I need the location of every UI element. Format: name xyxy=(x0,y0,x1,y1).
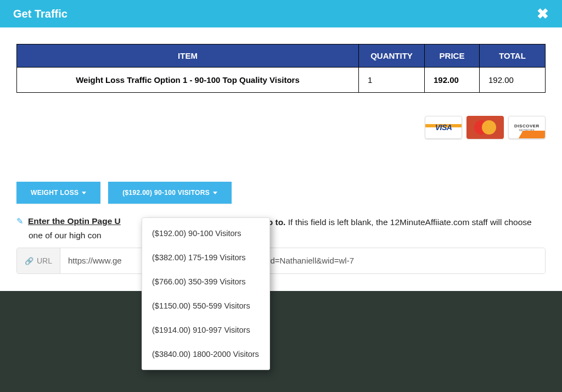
chevron-down-icon xyxy=(213,192,217,194)
table-header-row: ITEM QUANTITY PRICE TOTAL xyxy=(17,44,546,68)
dropdown-option[interactable]: ($1150.00) 550-599 Visitors xyxy=(142,294,269,318)
payment-card-logos: DISCOVER NETWORK xyxy=(16,116,546,139)
discover-icon: DISCOVER NETWORK xyxy=(508,116,546,139)
package-dropdown-button[interactable]: ($192.00) 90-100 VISITORS xyxy=(108,182,232,204)
url-input-group: 🔗 URL xyxy=(16,248,546,274)
dropdown-option[interactable]: ($766.00) 350-399 Visitors xyxy=(142,270,269,294)
visa-icon xyxy=(425,116,462,139)
dropdown-option[interactable]: ($1914.00) 910-997 Visitors xyxy=(142,318,269,342)
col-price: PRICE xyxy=(425,44,480,68)
modal-header: Get Traffic ✖ xyxy=(0,0,562,27)
discover-label: DISCOVER xyxy=(514,124,539,128)
dropdown-option[interactable]: ($3840.00) 1800-2000 Visitors xyxy=(142,342,269,366)
dropdown-option[interactable]: ($382.00) 175-199 Visitors xyxy=(142,245,269,270)
cell-price: 192.00 xyxy=(425,68,480,93)
discover-swoosh xyxy=(509,131,545,138)
link-icon: 🔗 xyxy=(25,257,33,265)
url-addon: 🔗 URL xyxy=(17,248,60,273)
dropdown-buttons: WEIGHT LOSS ($192.00) 90-100 VISITORS xyxy=(16,182,546,204)
table-row: Weight Loss Traffic Option 1 - 90-100 To… xyxy=(17,68,546,93)
col-total: TOTAL xyxy=(480,44,546,68)
package-label: ($192.00) 90-100 VISITORS xyxy=(122,189,210,197)
col-item: ITEM xyxy=(17,44,359,68)
category-label: WEIGHT LOSS xyxy=(31,189,78,197)
cell-total: 192.00 xyxy=(480,68,546,93)
chevron-down-icon xyxy=(82,192,86,194)
url-input[interactable] xyxy=(60,248,545,273)
modal-title: Get Traffic xyxy=(13,8,68,20)
cell-quantity: 1 xyxy=(359,68,425,93)
dropdown-option[interactable]: ($192.00) 90-100 Visitors xyxy=(142,221,269,245)
cell-item: Weight Loss Traffic Option 1 - 90-100 To… xyxy=(17,68,359,93)
mastercard-icon xyxy=(467,116,504,139)
backdrop xyxy=(0,291,562,392)
modal-body: ITEM QUANTITY PRICE TOTAL Weight Loss Tr… xyxy=(0,27,562,290)
category-dropdown-button[interactable]: WEIGHT LOSS xyxy=(16,182,100,204)
order-table: ITEM QUANTITY PRICE TOTAL Weight Loss Tr… xyxy=(16,44,546,93)
pencil-icon: ✎ xyxy=(16,215,24,227)
col-quantity: QUANTITY xyxy=(359,44,425,68)
url-addon-label: URL xyxy=(37,256,52,265)
close-icon[interactable]: ✖ xyxy=(537,7,549,21)
package-dropdown-menu: ($192.00) 90-100 Visitors ($382.00) 175-… xyxy=(142,217,270,370)
